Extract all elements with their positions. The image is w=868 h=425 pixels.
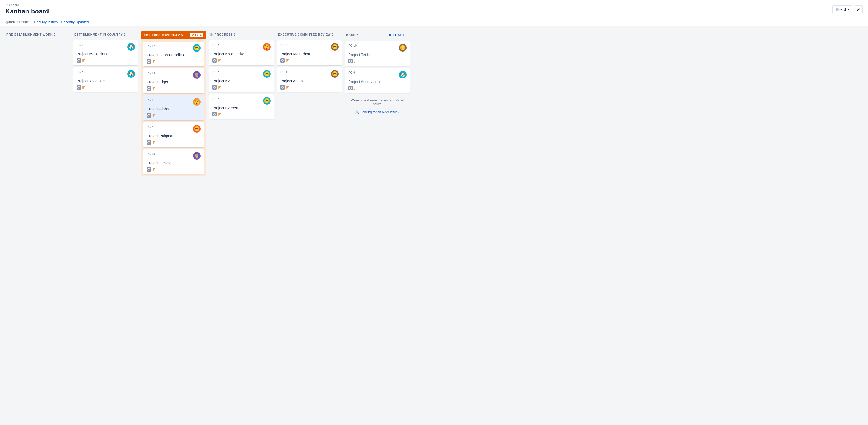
card-title: Project Puigmal (147, 134, 200, 138)
card-id: PC-14 (147, 71, 155, 74)
quick-filters-label: QUICK FILTERS: (5, 21, 30, 24)
svg-point-13 (349, 87, 351, 89)
card-title: Project Matterhorn (280, 52, 339, 56)
priority-icon (153, 87, 155, 90)
card-pc-9[interactable]: PC-9 🐶 Project Aconcagua (345, 68, 410, 93)
story-type-icon (348, 86, 352, 90)
column-for-executive: FOR EXECUTIVE TEAM 5 MAX 4 PC-12 😊 Proje… (141, 31, 206, 176)
card-title: Project Alpha (147, 107, 200, 111)
breadcrumb: PC board (5, 3, 49, 7)
column-done: DONE 2 Release... PC-10 😊 Project Teide (345, 31, 410, 117)
expand-icon: ⤢ (857, 7, 860, 11)
page-title: Kanban board (5, 7, 49, 15)
card-id: PC-3 (212, 70, 219, 73)
card-title: Project Aneto (280, 79, 339, 83)
card-footer (76, 58, 135, 63)
expand-button[interactable]: ⤢ (855, 5, 863, 13)
priority-icon (354, 59, 357, 63)
column-establishment: ESTABLISHMENT IN COUNTRY 2 PC-4 🐶 Projec… (73, 31, 138, 94)
card-pc-14[interactable]: PC-14 🦉 Project Eiger (144, 68, 204, 93)
card-footer (147, 86, 200, 91)
avatar: 🦉 (193, 71, 200, 79)
story-type-icon (212, 85, 217, 90)
card-title: Project Kosciuszko (212, 52, 271, 56)
column-header-in-progress: IN PROGRESS 3 (209, 31, 274, 38)
card-pc-2[interactable]: PC-2 😊 Project Matterhorn (277, 40, 342, 65)
avatar: 😊 (331, 43, 339, 51)
svg-point-1 (78, 86, 80, 88)
card-pc-13[interactable]: PC-13 🦉 Project Grivola (144, 149, 204, 174)
card-pc-1[interactable]: PC-1 😲 Project Alpha (144, 95, 204, 120)
svg-point-0 (78, 59, 80, 61)
card-pc-12[interactable]: PC-12 😊 Project Gran Paradiso (144, 41, 204, 66)
card-pc-4[interactable]: PC-4 🐶 Project Mont Blanc (73, 40, 138, 65)
card-id: PC-6 (212, 97, 219, 100)
card-id: PC-2 (280, 43, 287, 47)
story-type-icon (147, 59, 151, 64)
only-my-issues-filter[interactable]: Only My Issues (34, 20, 58, 24)
priority-icon (83, 86, 85, 89)
card-pc-3[interactable]: PC-3 😊 Project K2 (209, 67, 274, 92)
card-footer (212, 85, 271, 90)
max-badge: MAX 4 (190, 33, 203, 37)
board-dropdown-button[interactable]: Board ▾ (832, 5, 852, 13)
avatar: 😊 (263, 70, 271, 78)
svg-point-9 (214, 113, 216, 115)
priority-icon (153, 60, 155, 63)
card-pc-10[interactable]: PC-10 😊 Project Teide (345, 41, 410, 66)
story-type-icon (147, 140, 151, 145)
column-executive-review: EXECUTIVE COMMITTEE REVIEW 2 PC-2 😊 Proj… (277, 31, 342, 94)
column-cards-done: PC-10 😊 Project Teide PC-9 🐶 Project Aco… (345, 39, 410, 117)
column-title: FOR EXECUTIVE TEAM 5 (144, 33, 183, 37)
recently-updated-filter[interactable]: Recently Updated (61, 20, 89, 24)
board-container: PRE-ESTABLISHMENT WORK 0ESTABLISHMENT IN… (0, 26, 868, 419)
column-title: EXECUTIVE COMMITTEE REVIEW 2 (278, 33, 334, 36)
column-title: ESTABLISHMENT IN COUNTRY 2 (74, 33, 126, 36)
card-footer (147, 113, 200, 118)
svg-point-10 (281, 59, 284, 61)
priority-icon (218, 113, 221, 116)
story-type-icon (76, 85, 81, 90)
card-id: PC-13 (147, 152, 155, 155)
story-type-icon (348, 59, 352, 63)
priority-icon (83, 59, 85, 62)
story-type-icon (212, 112, 217, 117)
svg-point-6 (148, 168, 150, 171)
svg-point-3 (148, 87, 150, 90)
card-pc-11[interactable]: PC-11 😊 Project Aneto (277, 67, 342, 92)
card-footer (147, 140, 200, 145)
card-title: Project Grivola (147, 161, 200, 165)
search-icon: 🔍 (355, 110, 359, 114)
release-link[interactable]: Release... (388, 33, 409, 37)
card-title: Project Aconcagua (348, 80, 406, 84)
svg-point-7 (214, 59, 216, 61)
priority-icon (286, 59, 289, 62)
column-title: IN PROGRESS 3 (210, 33, 236, 36)
column-header-done: DONE 2 Release... (345, 31, 410, 39)
card-title: Project Mont Blanc (76, 52, 135, 56)
card-pc-8[interactable]: PC-8 🐶 Project Yosemite (73, 67, 138, 92)
column-in-progress: IN PROGRESS 3 PC-7 😲 Project Kosciuszko … (209, 31, 274, 121)
card-footer (212, 112, 271, 117)
story-type-icon (147, 86, 151, 91)
column-title: PRE-ESTABLISHMENT WORK 0 (6, 33, 56, 36)
card-title: Project Everest (212, 106, 271, 110)
card-pc-5[interactable]: PC-5 😊 Project Puigmal (144, 122, 204, 147)
page-header: PC board Kanban board Board ▾ ⤢ QUICK FI… (0, 0, 868, 26)
older-issue-link[interactable]: 🔍Looking for an older issue? (345, 109, 410, 115)
svg-point-12 (349, 60, 351, 62)
card-pc-7[interactable]: PC-7 😲 Project Kosciuszko (209, 40, 274, 65)
avatar: 🐶 (399, 71, 406, 79)
column-header-pre-establishment: PRE-ESTABLISHMENT WORK 0 (5, 31, 70, 38)
card-id: PC-9 (348, 71, 355, 74)
column-header-establishment: ESTABLISHMENT IN COUNTRY 2 (73, 31, 138, 38)
avatar: 😲 (263, 43, 271, 51)
priority-icon (354, 86, 357, 90)
card-footer (76, 85, 135, 90)
card-title: Project Teide (348, 53, 406, 57)
avatar: 🐶 (127, 43, 135, 51)
card-footer (147, 59, 200, 64)
card-pc-6[interactable]: PC-6 😊 Project Everest (209, 94, 274, 119)
column-pre-establishment: PRE-ESTABLISHMENT WORK 0 (5, 31, 70, 42)
column-title: DONE 2 (346, 33, 358, 37)
